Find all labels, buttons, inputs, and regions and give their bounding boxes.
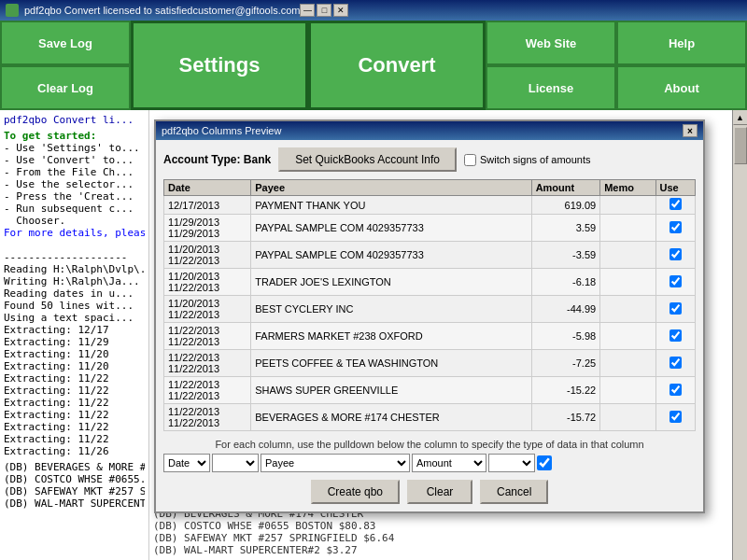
payee-col-select[interactable]: Payee	[261, 454, 410, 472]
convert-button[interactable]: Convert	[308, 21, 486, 110]
bg-log-line: (DB) WAL-MART SUPERCENTER#2 $3.27	[153, 544, 728, 556]
log-title: pdf2qbo Convert li...	[4, 114, 145, 126]
cell-payee: BEVERAGES & MORE #174 CHESTER	[251, 404, 531, 431]
settings-button[interactable]: Settings	[131, 21, 308, 110]
cell-use	[655, 242, 696, 269]
use-checkbox[interactable]	[669, 275, 682, 287]
cell-use	[655, 269, 696, 296]
columns-preview-dialog: pdf2qbo Columns Preview × Account Type: …	[154, 119, 705, 513]
switch-signs-checkbox[interactable]	[464, 154, 476, 166]
save-log-button[interactable]: Save Log	[0, 21, 131, 65]
log-line: Extracting: 11/20	[4, 348, 145, 360]
right-panel: (DB) BEVERAGES & MORE #174 CHESTER (DB) …	[149, 110, 747, 560]
cell-amount: -5.98	[531, 323, 600, 350]
main-scrollbar: ▲	[732, 110, 747, 560]
cell-date: 11/20/201311/22/2013	[164, 269, 251, 296]
modal-body: Account Type: Bank Set QuickBooks Accoun…	[156, 140, 703, 511]
log-line: --------------------	[4, 251, 145, 263]
cell-payee: PEETS COFFEE & TEA WASHINGTON	[251, 350, 531, 377]
switch-signs-label[interactable]: Switch signs of amounts	[464, 154, 591, 166]
extra-col-select[interactable]	[488, 454, 535, 472]
cell-memo	[600, 377, 655, 404]
modal-close-button[interactable]: ×	[683, 124, 698, 137]
cell-date: 11/20/201311/22/2013	[164, 242, 251, 269]
col-header-date: Date	[164, 180, 251, 196]
cell-memo	[600, 323, 655, 350]
cell-amount: 619.09	[531, 196, 600, 215]
minimize-button[interactable]: —	[300, 4, 315, 17]
cell-amount: -6.18	[531, 269, 600, 296]
cell-payee: BEST CYCLERY INC	[251, 296, 531, 323]
create-qbo-button[interactable]: Create qbo	[311, 480, 400, 504]
table-row: 12/17/2013PAYMENT THANK YOU619.09	[164, 196, 696, 215]
table-row: 11/22/201311/22/2013FARMERS MARKET #238 …	[164, 323, 696, 350]
scroll-up-button[interactable]: ▲	[733, 110, 748, 125]
cell-use	[655, 323, 696, 350]
use-checkbox[interactable]	[669, 357, 682, 369]
cell-use	[655, 215, 696, 242]
window-controls: — □ ✕	[300, 4, 348, 17]
use-checkbox[interactable]	[669, 221, 682, 233]
title-bar-text: pdf2qbo Convert licensed to satisfiedcus…	[24, 5, 300, 16]
cell-date: 12/17/2013	[164, 196, 251, 215]
use-checkbox[interactable]	[669, 302, 682, 315]
log-line: Reading H:\Ralph\Dvlp\...	[4, 263, 145, 275]
log-line	[4, 239, 145, 251]
log-line: - Use the selector...	[4, 178, 145, 190]
col-selectors: Date Payee Amount	[163, 454, 696, 472]
table-body: 12/17/2013PAYMENT THANK YOU619.0911/29/2…	[164, 196, 696, 431]
bg-log-line: (DB) SAFEWAY MKT #257 SPRINGFIELD $6.64	[153, 532, 728, 544]
log-line: (DB) COSTCO WHSE #0655...	[4, 473, 145, 485]
table-row: 11/20/201311/22/2013PAYPAL SAMPLE COM 40…	[164, 242, 696, 269]
use-checkbox[interactable]	[669, 329, 682, 342]
cell-payee: FARMERS MARKET #238 OXFORD	[251, 323, 531, 350]
log-line: Found 50 lines wit...	[4, 300, 145, 312]
account-type-row: Account Type: Bank Set QuickBooks Accoun…	[163, 147, 696, 172]
log-line: - From the File Ch...	[4, 166, 145, 178]
license-button[interactable]: License	[486, 65, 616, 110]
use-checkbox[interactable]	[669, 411, 682, 423]
log-line: Extracting: 11/22	[4, 421, 145, 433]
cancel-button[interactable]: Cancel	[480, 480, 548, 504]
cell-date: 11/22/201311/22/2013	[164, 323, 251, 350]
date2-col-select[interactable]	[212, 454, 259, 472]
about-button[interactable]: About	[616, 65, 747, 110]
log-line: Writing H:\Ralph\Ja...	[4, 275, 145, 287]
use-checkbox[interactable]	[669, 248, 682, 260]
clear-log-button[interactable]: Clear Log	[0, 65, 131, 110]
modal-title: pdf2qbo Columns Preview	[162, 125, 683, 136]
col-use-checkbox[interactable]	[537, 455, 552, 470]
cell-amount: -3.59	[531, 242, 600, 269]
cell-date: 11/29/201311/29/2013	[164, 215, 251, 242]
date-col-select[interactable]: Date	[163, 454, 210, 472]
scroll-thumb[interactable]	[734, 127, 747, 164]
log-line: - Use 'Settings' to...	[4, 142, 145, 154]
log-panel: pdf2qbo Convert li... To get started: - …	[0, 110, 149, 560]
help-button[interactable]: Help	[616, 21, 747, 65]
log-line: Extracting: 11/22	[4, 433, 145, 445]
cell-amount: -44.99	[531, 296, 600, 323]
col-header-payee: Payee	[251, 180, 531, 196]
log-line: Extracting: 12/17	[4, 324, 145, 336]
use-checkbox[interactable]	[669, 198, 682, 210]
col-header-amount: Amount	[531, 180, 600, 196]
website-button[interactable]: Web Site	[486, 21, 616, 65]
col-header-memo: Memo	[600, 180, 655, 196]
cell-amount: -15.22	[531, 377, 600, 404]
log-line: Extracting: 11/29	[4, 336, 145, 348]
log-line: Reading dates in u...	[4, 287, 145, 300]
content-area: pdf2qbo Convert li... To get started: - …	[0, 110, 747, 560]
use-checkbox[interactable]	[669, 384, 682, 396]
cell-date: 11/20/201311/22/2013	[164, 296, 251, 323]
log-line: Extracting: 11/22	[4, 372, 145, 385]
maximize-button[interactable]: □	[317, 4, 331, 17]
col-hint: For each column, use the pulldown below …	[163, 439, 696, 450]
amount-col-select[interactable]: Amount	[412, 454, 486, 472]
clear-button[interactable]: Clear	[407, 480, 472, 504]
close-window-button[interactable]: ✕	[333, 4, 348, 17]
set-quickbooks-btn[interactable]: Set QuickBooks Account Info	[278, 147, 457, 172]
cell-payee: TRADER JOE'S LEXINGTON	[251, 269, 531, 296]
cell-payee: PAYMENT THANK YOU	[251, 196, 531, 215]
cell-memo	[600, 242, 655, 269]
table-row: 11/20/201311/22/2013TRADER JOE'S LEXINGT…	[164, 269, 696, 296]
